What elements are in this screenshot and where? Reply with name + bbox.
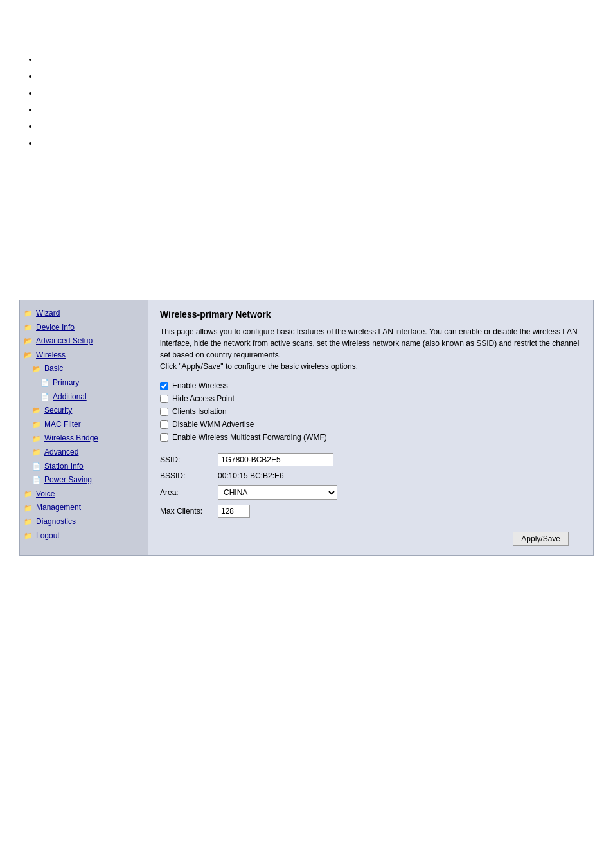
sidebar-item-advanced-setup[interactable]: 📂Advanced Setup bbox=[24, 334, 144, 348]
bullet-list bbox=[19, 51, 594, 152]
folder-icon: 📁 bbox=[24, 532, 33, 540]
main-panel: 📁Wizard📁Device Info📂Advanced Setup📂Wirel… bbox=[19, 300, 594, 556]
enable-wireless-checkbox[interactable] bbox=[160, 382, 168, 390]
bssid-label: BSSID: bbox=[160, 469, 218, 483]
folder-open-icon: 📂 bbox=[32, 406, 41, 415]
sidebar-item-logout[interactable]: 📁Logout bbox=[24, 529, 144, 543]
clients-isolation-label: Clients Isolation bbox=[172, 407, 227, 416]
bssid-value: 00:10:15 BC:B2:E6 bbox=[218, 469, 341, 483]
sidebar-link-security[interactable]: Security bbox=[43, 404, 72, 418]
bullet-item bbox=[39, 135, 594, 152]
sidebar-link-advanced[interactable]: Advanced bbox=[43, 446, 78, 460]
doc-icon: 📄 bbox=[32, 462, 41, 471]
doc-icon: 📄 bbox=[32, 476, 41, 484]
bssid-row: BSSID: 00:10:15 BC:B2:E6 bbox=[160, 469, 341, 483]
sidebar-link-diagnostics[interactable]: Diagnostics bbox=[35, 515, 76, 529]
checkbox-clients-isolation: Clients Isolation bbox=[160, 407, 582, 416]
area-select[interactable]: CHINA bbox=[218, 485, 337, 500]
sidebar-item-advanced[interactable]: 📁Advanced bbox=[24, 446, 144, 460]
sidebar-link-wizard[interactable]: Wizard bbox=[35, 307, 60, 321]
sidebar-link-management[interactable]: Management bbox=[35, 501, 81, 515]
ssid-label: SSID: bbox=[160, 451, 218, 469]
sidebar-item-wireless[interactable]: 📂Wireless bbox=[24, 348, 144, 363]
bullet-item bbox=[39, 68, 594, 85]
bullet-item bbox=[39, 118, 594, 135]
area-row: Area: CHINA bbox=[160, 483, 341, 502]
hide-access-point-label: Hide Access Point bbox=[172, 394, 235, 403]
sidebar-item-primary[interactable]: 📄Primary bbox=[24, 376, 144, 390]
sidebar: 📁Wizard📁Device Info📂Advanced Setup📂Wirel… bbox=[20, 300, 148, 555]
sidebar-link-primary[interactable]: Primary bbox=[51, 376, 79, 390]
max-clients-row: Max Clients: bbox=[160, 502, 341, 520]
sidebar-link-basic[interactable]: Basic bbox=[43, 362, 63, 376]
folder-icon: 📁 bbox=[32, 448, 41, 457]
apply-row: Apply/Save bbox=[160, 532, 582, 546]
bullet-item bbox=[39, 85, 594, 102]
page-description: This page allows you to configure basic … bbox=[160, 326, 582, 372]
doc-icon: 📄 bbox=[40, 379, 49, 387]
sidebar-link-logout[interactable]: Logout bbox=[35, 529, 60, 543]
sidebar-link-additional[interactable]: Additional bbox=[51, 390, 87, 404]
folder-icon: 📁 bbox=[32, 435, 41, 443]
sidebar-item-security[interactable]: 📂Security bbox=[24, 404, 144, 418]
sidebar-link-wireless[interactable]: Wireless bbox=[35, 348, 66, 363]
checkbox-enable-wireless: Enable Wireless bbox=[160, 381, 582, 390]
max-clients-label: Max Clients: bbox=[160, 502, 218, 520]
folder-icon: 📁 bbox=[32, 420, 41, 429]
sidebar-link-power-saving[interactable]: Power Saving bbox=[43, 473, 92, 487]
checkbox-hide-ap: Hide Access Point bbox=[160, 394, 582, 403]
doc-icon: 📄 bbox=[40, 393, 49, 401]
sidebar-item-additional[interactable]: 📄Additional bbox=[24, 390, 144, 404]
checkbox-wmf: Enable Wireless Multicast Forwarding (WM… bbox=[160, 433, 582, 442]
sidebar-item-device-info[interactable]: 📁Device Info bbox=[24, 321, 144, 335]
sidebar-item-station-info[interactable]: 📄Station Info bbox=[24, 460, 144, 474]
folder-icon: 📁 bbox=[24, 490, 33, 498]
sidebar-link-station-info[interactable]: Station Info bbox=[43, 460, 84, 474]
clients-isolation-checkbox[interactable] bbox=[160, 408, 168, 416]
sidebar-link-voice[interactable]: Voice bbox=[35, 487, 55, 502]
sidebar-item-management[interactable]: 📁Management bbox=[24, 501, 144, 515]
checkbox-disable-wmm: Disable WMM Advertise bbox=[160, 420, 582, 429]
disable-wmm-label: Disable WMM Advertise bbox=[172, 420, 254, 429]
content-area: Wireless-primary Network This page allow… bbox=[148, 300, 593, 555]
folder-icon: 📁 bbox=[24, 518, 33, 526]
enable-wireless-label: Enable Wireless bbox=[172, 381, 228, 390]
disable-wmm-checkbox[interactable] bbox=[160, 420, 168, 429]
area-label: Area: bbox=[160, 483, 218, 502]
sidebar-item-power-saving[interactable]: 📄Power Saving bbox=[24, 473, 144, 487]
sidebar-item-mac-filter[interactable]: 📁MAC Filter bbox=[24, 418, 144, 432]
apply-save-button[interactable]: Apply/Save bbox=[513, 532, 569, 546]
folder-open-icon: 📂 bbox=[32, 365, 41, 374]
folder-open-icon: 📂 bbox=[24, 337, 33, 345]
ssid-row: SSID: bbox=[160, 451, 341, 469]
bullet-item bbox=[39, 51, 594, 68]
form-table: SSID: BSSID: 00:10:15 BC:B2:E6 Area: CHI… bbox=[160, 451, 341, 520]
sidebar-item-basic[interactable]: 📂Basic bbox=[24, 362, 144, 376]
sidebar-item-voice[interactable]: 📁Voice bbox=[24, 487, 144, 502]
folder-open-icon: 📂 bbox=[24, 351, 33, 359]
folder-icon: 📁 bbox=[24, 309, 33, 318]
sidebar-link-device-info[interactable]: Device Info bbox=[35, 321, 75, 335]
hide-access-point-checkbox[interactable] bbox=[160, 395, 168, 403]
page-title: Wireless-primary Network bbox=[160, 309, 582, 320]
sidebar-link-mac-filter[interactable]: MAC Filter bbox=[43, 418, 81, 432]
wmf-checkbox[interactable] bbox=[160, 433, 168, 442]
folder-icon: 📁 bbox=[24, 323, 33, 332]
sidebar-item-diagnostics[interactable]: 📁Diagnostics bbox=[24, 515, 144, 529]
sidebar-item-wizard[interactable]: 📁Wizard bbox=[24, 307, 144, 321]
sidebar-link-advanced-setup[interactable]: Advanced Setup bbox=[35, 334, 93, 348]
folder-icon: 📁 bbox=[24, 504, 33, 512]
wmf-label: Enable Wireless Multicast Forwarding (WM… bbox=[172, 433, 327, 442]
page-wrapper: 📁Wizard📁Device Info📂Advanced Setup📂Wirel… bbox=[0, 0, 613, 568]
ssid-input[interactable] bbox=[218, 453, 333, 466]
sidebar-link-wireless-bridge[interactable]: Wireless Bridge bbox=[43, 431, 98, 446]
max-clients-input[interactable] bbox=[218, 505, 250, 518]
bullet-item bbox=[39, 102, 594, 118]
sidebar-item-wireless-bridge[interactable]: 📁Wireless Bridge bbox=[24, 431, 144, 446]
